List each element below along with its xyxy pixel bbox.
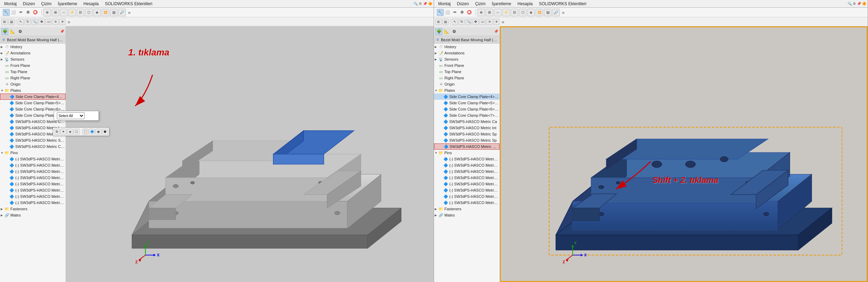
tab-office[interactable]: ⭕: [32, 9, 39, 16]
btn-arrow[interactable]: ↖: [18, 19, 24, 25]
view-orient-r[interactable]: ⊞: [435, 19, 442, 25]
tree-item-plates2[interactable]: ▼ 📁 Plates: [434, 87, 500, 94]
toolbar-smart[interactable]: ⚡: [68, 9, 76, 16]
toolbar-reference-r[interactable]: ◈: [527, 9, 535, 16]
tree-item-history2[interactable]: ▶ ⏱ History: [434, 44, 500, 50]
tab-parts[interactable]: ⬜: [10, 9, 17, 16]
tree-item-top-plane2[interactable]: ▭ Top Plane: [434, 69, 500, 75]
tree-item-annotations[interactable]: ▶ 📝 Annotations: [0, 50, 66, 56]
menu-eklentiler[interactable]: SOLIDWORKS Eklentileri: [102, 1, 155, 7]
tree-item-sw3d-clamp2[interactable]: 🔷 SW3dPS-HASCO Metric Clami: [434, 143, 500, 150]
view-section-r[interactable]: ▤: [442, 19, 449, 25]
view-section-btn[interactable]: ▤: [8, 19, 15, 25]
toolbar-insert-component[interactable]: ⊕: [43, 9, 51, 16]
tree-item-side-core-clamp-4b[interactable]: 🔷 Side Core Clamp Plate<4> (D: [434, 94, 500, 100]
viewport-left[interactable]: X Y Z 1. tıklama: [66, 26, 434, 282]
btn-filter[interactable]: ⊚: [52, 19, 59, 25]
menu-hesapla-r[interactable]: Hesapla: [515, 1, 536, 7]
toolbar-mate[interactable]: ⊞: [52, 9, 59, 16]
menu-duzen-r[interactable]: Düzen: [454, 1, 472, 7]
menu-eklentiler-r[interactable]: SOLIDWORKS Eklentileri: [536, 1, 589, 7]
toolbar-explode[interactable]: 💥: [102, 9, 109, 16]
menu-montaj[interactable]: Montaj: [1, 1, 19, 7]
btn-select-r[interactable]: ▭: [479, 19, 486, 25]
tree-item-pin1b[interactable]: 🔷 (-) SW3dPS-HASCO Metric Lo: [434, 156, 500, 162]
tree-item-pin4b[interactable]: 🔷 (-) SW3dPS-HASCO Metric Lo: [434, 175, 500, 181]
toolbar-assembly-features[interactable]: ⬡: [85, 9, 93, 16]
tree-item-side-core-clamp-5[interactable]: 🔷 Side Core Clamp Plate<5> (D: [0, 100, 66, 106]
menu-montaj-r[interactable]: Montaj: [435, 1, 453, 7]
assembly-name-right[interactable]: ⚙ Bezel Mold Base Moving Half (Close: [434, 36, 500, 44]
btn-rotate-r[interactable]: ↻: [459, 19, 465, 25]
sidebar-pin-r[interactable]: 📌: [494, 29, 498, 33]
toolbar-assembly-r[interactable]: ⬡: [519, 9, 527, 16]
toolbar-smart-r[interactable]: ⚡: [502, 9, 510, 16]
menu-isaretleme[interactable]: İşaretleme: [55, 1, 80, 7]
btn-zoom-r[interactable]: 🔍: [466, 19, 472, 25]
tree-item-sensors[interactable]: ▶ 📡 Sensors: [0, 56, 66, 62]
toolbar-interference-r[interactable]: 🔎: [552, 9, 560, 16]
toolbar-section-r[interactable]: ▤: [544, 9, 552, 16]
tree-item-right-plane[interactable]: ▭ Right Plane: [0, 75, 66, 81]
sidebar-tab-pm[interactable]: 📐: [9, 28, 16, 35]
toolbar-move[interactable]: ↔: [60, 9, 68, 16]
sidebar-right[interactable]: 🌳 📐 ⚙ 📌 ⚙ Bezel Mold Base Moving Half (C…: [434, 26, 500, 282]
sidebar-tab-fm-r[interactable]: 🌳: [435, 28, 442, 35]
toolbar-expand[interactable]: »: [127, 9, 132, 16]
btn-filter-r[interactable]: ⊚: [486, 19, 493, 25]
sidebar-pin[interactable]: 📌: [60, 29, 64, 33]
sidebar-tab-config-r[interactable]: ⚙: [451, 28, 458, 35]
tree-item-side-core-clamp-6b[interactable]: 🔷 Side Core Clamp Plate<6> (D: [434, 106, 500, 112]
toolbar-interference[interactable]: 🔎: [118, 9, 126, 16]
toolbar-section[interactable]: ▤: [110, 9, 118, 16]
tree-item-sw3d-intern2[interactable]: 🔷 SW3dPS-HASCO Metric Int: [434, 125, 500, 131]
tab-sketch[interactable]: ✏: [17, 9, 24, 16]
tree-item-history[interactable]: ▶ ⏱ History: [0, 44, 66, 50]
tree-item-side-core-clamp-5b[interactable]: 🔷 Side Core Clamp Plate<5> (D: [434, 100, 500, 106]
tree-item-fasteners2[interactable]: ▶ 📁 Fasteners: [434, 206, 500, 212]
tree-item-mates2[interactable]: ▶ 🔗 Mates: [434, 212, 500, 218]
tree-item-mates[interactable]: ▶ 🔗 Mates: [0, 212, 66, 218]
tab-office-r[interactable]: ⭕: [466, 9, 473, 16]
sidebar-tab-pm-r[interactable]: 📐: [443, 28, 450, 35]
toolbar-mate-r[interactable]: ⊞: [486, 9, 493, 16]
menu-cizim-r[interactable]: Çizim: [472, 1, 488, 7]
tree-item-pin2b[interactable]: 🔷 (-) SW3dPS-HASCO Metric Lo: [434, 162, 500, 168]
btn-pan-r[interactable]: ✥: [472, 19, 479, 25]
toolbar-pattern[interactable]: ⊟: [77, 9, 84, 16]
sidebar-tab-fm[interactable]: 🌳: [1, 28, 8, 35]
tree-item-sensors2[interactable]: ▶ 📡 Sensors: [434, 56, 500, 62]
toolbar-pattern-r[interactable]: ⊟: [511, 9, 518, 16]
tree-item-pin7b[interactable]: 🔷 (-) SW3dPS-HASCO Metric Ce: [434, 193, 500, 200]
tree-item-pin6[interactable]: 🔷 (-) SW3dPS-HASCO Metric Ce: [0, 187, 66, 193]
toolbar2-expand-r[interactable]: »: [500, 18, 506, 25]
btn-zoom[interactable]: 🔍: [32, 19, 38, 25]
tree-item-sw3d-space1b[interactable]: 🔷 SW3dPS-HASCO Metric Sp: [434, 131, 500, 137]
sidebar-left[interactable]: 🌳 📐 ⚙ 📌 ⚙ Bezel Mold Base Moving Half (C…: [0, 26, 66, 282]
btn-arrow-r[interactable]: ↖: [452, 19, 458, 25]
tree-item-sw3d-space2b[interactable]: 🔷 SW3dPS-HASCO Metric Sp: [434, 137, 500, 143]
tree-item-pin3[interactable]: 🔷 (-) SW3dPS-HASCO Metric Lo: [0, 168, 66, 175]
btn-rotate[interactable]: ↻: [25, 19, 31, 25]
menu-duzen[interactable]: Düzen: [20, 1, 38, 7]
tree-item-side-core-clamp-4[interactable]: 🔷 Side Core Clamp Plate<4> (D: [0, 94, 66, 100]
tree-item-pin8b[interactable]: 🔷 (-) SW3dPS-HASCO Metric Ce: [434, 200, 500, 206]
menu-hesapla[interactable]: Hesapla: [81, 1, 102, 7]
assembly-name-left[interactable]: ⚙ Bezel Mold Base Moving Half (Close: [0, 36, 66, 44]
tree-item-front-plane2[interactable]: ▭ Front Plane: [434, 62, 500, 69]
tab-assembly[interactable]: 🔧: [3, 9, 10, 16]
btn-magnet[interactable]: ⊕: [59, 19, 66, 25]
tree-item-pin4[interactable]: 🔷 (-) SW3dPS-HASCO Metric Lo: [0, 175, 66, 181]
toolbar-reference[interactable]: ◈: [93, 9, 101, 16]
tree-item-right-plane2[interactable]: ▭ Right Plane: [434, 75, 500, 81]
tree-item-pin6b[interactable]: 🔷 (-) SW3dPS-HASCO Metric Ce: [434, 187, 500, 193]
tree-item-pin7[interactable]: 🔷 (-) SW3dPS-HASCO Metric Ce: [0, 193, 66, 200]
tab-assembly-r[interactable]: 🔧: [437, 9, 444, 16]
toolbar2-expand[interactable]: »: [66, 18, 72, 25]
tree-item-pin1[interactable]: 🔷 (-) SW3dPS-HASCO Metric Lo: [0, 156, 66, 162]
menu-isaretleme-r[interactable]: İşaretleme: [489, 1, 514, 7]
menu-cizim[interactable]: Çizim: [38, 1, 54, 7]
btn-pan[interactable]: ✥: [38, 19, 45, 25]
toolbar-expand-r[interactable]: »: [561, 9, 566, 16]
tree-item-pin5[interactable]: 🔷 (-) SW3dPS-HASCO Metric Ce: [0, 181, 66, 187]
